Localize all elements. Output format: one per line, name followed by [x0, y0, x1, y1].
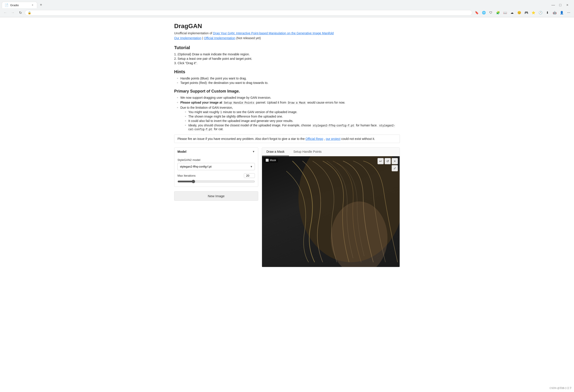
links: Our Implementation | Official Implementa…	[174, 36, 400, 40]
mask-badge: ⬜ Mask	[264, 158, 278, 163]
info-text-before: Please fire an issue if you have encount…	[178, 137, 306, 141]
tab-favicon: 📄	[5, 3, 8, 7]
model-panel-header[interactable]: Model ▼	[174, 148, 258, 156]
image-toolbar: ⬜ Mask	[264, 158, 278, 163]
top-controls-row: ↩ ↺ ×	[377, 158, 398, 164]
reading-icon[interactable]: 📖	[502, 10, 508, 16]
toolbar-icons: 🔖 🌐 🛡 🧩 📖 ☁ 😊 🎮 ⭐ 🕐 ⬇ 🤖 👤 ⋯	[473, 10, 572, 16]
iterations-header: Max Iterations	[178, 173, 255, 178]
window-minimize-button[interactable]: —	[550, 2, 556, 8]
model-section-title: Model	[178, 150, 186, 153]
extensions-icon[interactable]: 🧩	[495, 10, 501, 16]
watermark: CSDN @羽林小王子	[550, 387, 572, 390]
new-image-button[interactable]: New Image	[174, 191, 258, 201]
puzzle-icon[interactable]: 🎮	[523, 10, 529, 16]
app-title: DragGAN	[174, 22, 400, 30]
tab-setup-points[interactable]: Setup Handle Points	[289, 148, 326, 156]
main-panel: Model ▼ StyleGAN2 model stylegan2-ffhq-c…	[174, 147, 400, 267]
active-tab[interactable]: 📄 Gradio ×	[2, 2, 37, 8]
tutorial-step-2: 2. Setup a least one pair of handle poin…	[174, 57, 400, 61]
bottom-controls-row: ⤢	[377, 165, 398, 171]
close-image-button[interactable]: ×	[392, 158, 398, 164]
left-panel: Model ▼ StyleGAN2 model stylegan2-ffhq-c…	[174, 147, 258, 201]
right-panel: Draw a Mask Setup Handle Points	[262, 147, 400, 267]
expand-button[interactable]: ⤢	[392, 165, 398, 171]
custom-image-section: Primary Support of Custom Image. We now …	[174, 89, 400, 131]
custom-sub-list: You might wait roughly 1 minute to see t…	[180, 110, 400, 131]
user-avatar[interactable]: 👤	[558, 10, 565, 16]
custom-item-2: Please upload your image at Setup Handle…	[177, 101, 400, 104]
download-icon[interactable]: ⬇	[544, 10, 551, 16]
model-panel-body: StyleGAN2 model stylegan2-ffhq-config-f.…	[174, 156, 258, 186]
window-restore-button[interactable]: □	[557, 2, 563, 8]
tutorial-step-1: 1. (Optional) Draw a mask indicate the m…	[174, 52, 400, 56]
new-tab-button[interactable]: +	[38, 2, 44, 8]
iterations-slider[interactable]	[178, 180, 255, 183]
image-placeholder	[262, 156, 400, 267]
custom-item-3: Due to the limitation of GAN inversion, …	[177, 106, 400, 131]
tutorial-list: 1. (Optional) Draw a mask indicate the m…	[174, 52, 400, 65]
tabs-header: Draw a Mask Setup Handle Points	[262, 148, 400, 156]
lock-icon: 🔒	[28, 11, 31, 14]
our-project-link[interactable]: our project	[326, 137, 340, 141]
tab-close-button[interactable]: ×	[31, 3, 34, 7]
iterations-label: Max Iterations	[178, 174, 196, 177]
stylegan-select[interactable]: stylegan2-ffhq-config-f.pt stylegan2-cat…	[178, 163, 255, 170]
tab-title: Gradio	[10, 3, 19, 7]
bookmark-icon[interactable]: 🔖	[473, 10, 480, 16]
stylegan-label: StyleGAN2 model	[178, 158, 255, 162]
sub-item-2: The shown image might be slightly differ…	[185, 115, 400, 118]
subtitle: Unofficial implementation of Drag Your G…	[174, 31, 400, 35]
url-input[interactable]: 127.0.0.1:7860	[33, 11, 469, 14]
image-area: ⬜ Mask ↩ ↺ × ⤢	[262, 156, 400, 267]
star-icon[interactable]: ⭐	[530, 10, 536, 16]
undo-button[interactable]: ↩	[377, 158, 384, 164]
address-bar[interactable]: 🔒 127.0.0.1:7860	[25, 10, 472, 16]
custom-image-list: We now support dragging user uploaded im…	[174, 96, 400, 131]
model-chevron-icon: ▼	[252, 150, 255, 153]
slider-container	[178, 180, 255, 184]
stylegan-select-wrapper: stylegan2-ffhq-config-f.pt stylegan2-cat…	[178, 163, 255, 170]
draw-mask-code: Draw a Mask	[287, 101, 307, 105]
profile-icon[interactable]: 😊	[516, 10, 522, 16]
official-repo-link[interactable]: Official Repo	[306, 137, 323, 141]
sub-item-4: Idealy, you should choose the closest mo…	[185, 124, 400, 131]
hair-svg	[262, 156, 400, 267]
reset-button[interactable]: ↺	[385, 158, 391, 164]
shield-icon[interactable]: 🛡	[488, 10, 494, 16]
tutorial-step-3: 3. Click "Drag it".	[174, 61, 400, 65]
copilot-icon[interactable]: 🤖	[552, 10, 558, 16]
mask-icon: ⬜	[266, 159, 269, 162]
custom-item-1: We now support dragging user uploaded im…	[177, 96, 400, 99]
paper-link[interactable]: Drag Your GAN: Interactive Point-based M…	[213, 31, 334, 35]
setup-handle-points-code: Setup Handle Points	[223, 101, 255, 105]
reload-button[interactable]: ↻	[17, 10, 23, 16]
info-text-after: could not exist without it.	[341, 137, 375, 141]
sub-item-1: You might wait roughly 1 minute to see t…	[185, 110, 400, 114]
model-section: Model ▼ StyleGAN2 model stylegan2-ffhq-c…	[174, 147, 258, 187]
hints-list: Handle points (Blue): the point you want…	[174, 77, 400, 84]
sub-item-3: It could also fail to invert the uploade…	[185, 119, 400, 123]
not-released-text: (Not released yet)	[236, 36, 261, 40]
window-close-button[interactable]: ×	[564, 2, 571, 8]
iterations-section: Max Iterations	[178, 173, 255, 184]
navigation-bar: ← → ↻ 🔒 127.0.0.1:7860 🔖 🌐 🛡 🧩 📖 ☁ 😊 🎮 ⭐…	[0, 8, 574, 17]
tab-draw-mask[interactable]: Draw a Mask	[262, 148, 289, 156]
forward-button[interactable]: →	[10, 10, 16, 16]
hints-heading: Hints	[174, 69, 400, 74]
ffhq-code: stylegan2-ffhq-config-f.pt	[312, 124, 355, 127]
tab-bar: 📄 Gradio × + — □ ×	[0, 0, 574, 8]
official-impl-link[interactable]: Official Implementation	[204, 36, 235, 40]
iterations-input[interactable]	[244, 173, 255, 178]
page-content: DragGAN Unofficial implementation of Dra…	[165, 17, 409, 392]
history-icon[interactable]: 🕐	[537, 10, 543, 16]
tutorial-heading: Tutorial	[174, 45, 400, 50]
menu-icon[interactable]: ⋯	[566, 10, 572, 16]
translate-icon[interactable]: 🌐	[481, 10, 487, 16]
our-impl-link[interactable]: Our Implementation	[174, 36, 201, 40]
hint-target-points: Target points (Red): the destination you…	[177, 81, 400, 84]
back-button[interactable]: ←	[2, 10, 8, 16]
custom-image-heading: Primary Support of Custom Image.	[174, 89, 400, 94]
cloud-icon[interactable]: ☁	[509, 10, 515, 16]
mask-label: Mask	[270, 159, 276, 162]
